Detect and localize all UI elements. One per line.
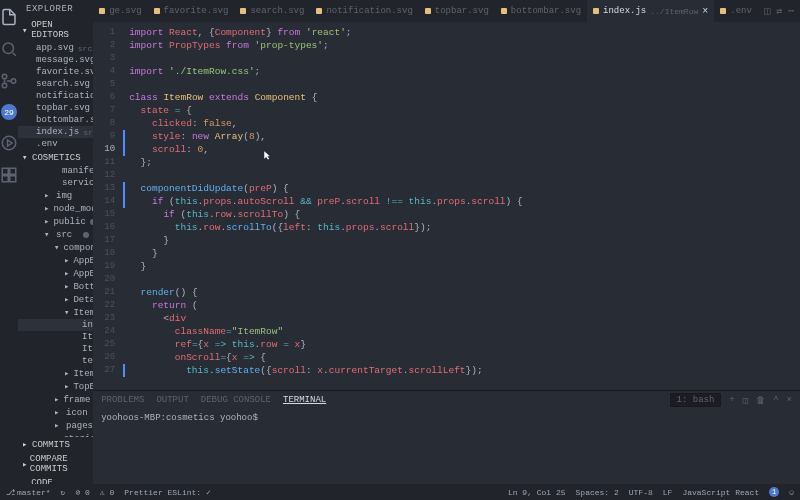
editor-tab[interactable]: topbar.svg: [419, 0, 495, 22]
editor-tab[interactable]: bottombar.svg: [495, 0, 587, 22]
editor-tabs: ge.svgfavorite.svgsearch.svgnotification…: [93, 0, 800, 22]
scm-badge[interactable]: 29: [1, 104, 17, 120]
editor[interactable]: 1234567891011121314151617181920212223242…: [93, 22, 800, 390]
close-icon[interactable]: ×: [702, 6, 708, 17]
svg-rect-5: [2, 168, 8, 174]
file-item[interactable]: test.ItemRow.js: [18, 355, 93, 367]
folder-item[interactable]: ▾src: [18, 228, 93, 241]
panel-tab[interactable]: OUTPUT: [156, 395, 188, 405]
panel-tabs: PROBLEMSOUTPUTDEBUG CONSOLETERMINAL1: ba…: [93, 391, 800, 409]
compare-icon[interactable]: ⇄: [776, 5, 782, 17]
panel-tab[interactable]: PROBLEMS: [101, 395, 144, 405]
terminal-selector[interactable]: 1: bash: [670, 393, 722, 407]
encoding[interactable]: UTF-8: [629, 487, 653, 497]
folder-item[interactable]: ▸AppBar: [18, 254, 93, 267]
svg-rect-6: [10, 168, 16, 174]
statusbar: ⎇ master* ↻ ⊘ 0 ⚠ 0 Prettier ESLint: ✓ L…: [0, 484, 800, 500]
folder-item[interactable]: ▸frame: [18, 393, 93, 406]
sidebar: EXPLORER ▾ OPEN EDITORS app.svg src/icon…: [18, 0, 93, 500]
close-icon[interactable]: ×: [787, 395, 792, 405]
code-area[interactable]: import React, {Component} from 'react';i…: [123, 22, 800, 390]
svg-point-4: [2, 136, 16, 150]
chevron-up-icon[interactable]: ^: [773, 395, 778, 405]
section-header[interactable]: ▸COMMITS: [18, 437, 93, 452]
folder-item[interactable]: ▸img: [18, 189, 93, 202]
file-item[interactable]: ItemRow.css: [18, 331, 93, 343]
open-editor-item[interactable]: bottombar.svg src/frame: [18, 114, 93, 126]
editor-tab[interactable]: notification.svg: [310, 0, 418, 22]
sidebar-title: EXPLORER: [18, 0, 93, 18]
more-icon[interactable]: ⋯: [788, 5, 794, 17]
chevron-down-icon: ▾: [22, 152, 30, 163]
gutter: 1234567891011121314151617181920212223242…: [93, 22, 123, 390]
svg-point-0: [3, 43, 14, 54]
explorer-icon[interactable]: [0, 8, 18, 26]
scm-icon[interactable]: [0, 72, 18, 90]
spaces[interactable]: Spaces: 2: [576, 487, 619, 497]
editor-tab[interactable]: search.svg: [234, 0, 310, 22]
errors-item[interactable]: ⊘ 0: [75, 488, 89, 497]
debug-icon[interactable]: [0, 134, 18, 152]
panel-tab[interactable]: TERMINAL: [283, 395, 326, 405]
folder-item[interactable]: ▸TopBar: [18, 380, 93, 393]
feedback-icon[interactable]: ☺: [789, 487, 794, 497]
open-editor-item[interactable]: message.svg src/icon: [18, 54, 93, 66]
file-item[interactable]: ItemRow.stories.js: [18, 343, 93, 355]
editor-tab[interactable]: .env: [714, 0, 758, 22]
main: ge.svgfavorite.svgsearch.svgnotification…: [93, 0, 800, 500]
section-header[interactable]: ▸COMPARE COMMITS: [18, 452, 93, 476]
svg-point-3: [11, 79, 16, 84]
svg-point-2: [2, 83, 7, 88]
ln-col[interactable]: Ln 9, Col 25: [508, 487, 566, 497]
open-editor-item[interactable]: index.js src/components...M: [18, 126, 93, 138]
trash-icon[interactable]: 🗑: [756, 395, 765, 406]
lang[interactable]: JavaScript React: [682, 487, 759, 497]
folder-item[interactable]: ▸ItemView: [18, 367, 93, 380]
chevron-down-icon: ▾: [22, 25, 29, 36]
folder-item[interactable]: ▸BottomBar: [18, 280, 93, 293]
svg-point-1: [2, 74, 7, 79]
add-icon[interactable]: +: [729, 395, 734, 405]
open-editor-item[interactable]: notification.svg src/icon: [18, 90, 93, 102]
editor-tab[interactable]: favorite.svg: [148, 0, 235, 22]
open-editor-item[interactable]: favorite.svg src/icon: [18, 66, 93, 78]
folder-item[interactable]: ▸AppBottomBar: [18, 267, 93, 280]
file-item[interactable]: manifest.json: [18, 165, 93, 177]
search-icon[interactable]: [0, 40, 18, 58]
folder-item[interactable]: ▾ItemRow: [18, 306, 93, 319]
sync-item[interactable]: ↻: [61, 488, 66, 497]
file-item[interactable]: index.jsM: [18, 319, 93, 331]
open-editor-item[interactable]: .env: [18, 138, 93, 150]
eol[interactable]: LF: [663, 487, 673, 497]
panel-tab[interactable]: DEBUG CONSOLE: [201, 395, 271, 405]
editor-tab[interactable]: index.js../ItemRow×: [587, 0, 714, 22]
open-editors-list: app.svg src/iconmessage.svg src/iconfavo…: [18, 42, 93, 150]
branch-item[interactable]: ⎇ master*: [6, 488, 51, 497]
prettier-item[interactable]: Prettier ESLint: ✓: [124, 488, 210, 497]
folder-item[interactable]: ▸public: [18, 215, 93, 228]
open-editor-item[interactable]: search.svg src/icon: [18, 78, 93, 90]
cursor-icon: [263, 150, 273, 160]
status-badge[interactable]: 1: [769, 487, 779, 497]
editor-tab[interactable]: ge.svg: [93, 0, 147, 22]
open-editor-item[interactable]: topbar.svg src/frame: [18, 102, 93, 114]
extensions-icon[interactable]: [0, 166, 18, 184]
folder-item[interactable]: ▸node_modules: [18, 202, 93, 215]
svg-rect-7: [2, 176, 8, 182]
folder-item[interactable]: ▸icon: [18, 406, 93, 419]
project-tree: manifest.jsonservice-worker.js▸img▸node_…: [18, 165, 93, 437]
folder-item[interactable]: ▾components: [18, 241, 93, 254]
activity-bar: 29: [0, 0, 18, 500]
open-editors-header[interactable]: ▾ OPEN EDITORS: [18, 18, 93, 42]
split-icon[interactable]: ◫: [764, 5, 770, 17]
open-editor-item[interactable]: app.svg src/icon: [18, 42, 93, 54]
folder-item[interactable]: ▸DetailBar: [18, 293, 93, 306]
project-header[interactable]: ▾ COSMETICS: [18, 150, 93, 165]
svg-rect-8: [10, 176, 16, 182]
warnings-item[interactable]: ⚠ 0: [100, 488, 114, 497]
file-item[interactable]: service-worker.js: [18, 177, 93, 189]
split-icon[interactable]: ◫: [743, 395, 748, 406]
folder-item[interactable]: ▸pages: [18, 419, 93, 432]
